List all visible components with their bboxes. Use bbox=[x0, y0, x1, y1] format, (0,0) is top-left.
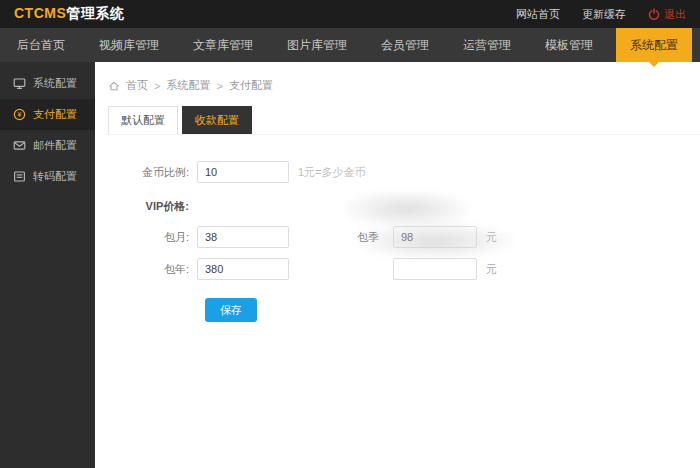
content-area: 首页 > 系统配置 > 支付配置 默认配置 收款配置 金币比例: 1元=多少金币… bbox=[95, 62, 700, 468]
power-icon bbox=[648, 8, 660, 20]
nav-item-article-library[interactable]: 文章库管理 bbox=[181, 28, 265, 62]
quarterly-group: 包季 元 bbox=[357, 226, 497, 248]
quarterly-price-input[interactable] bbox=[393, 226, 477, 248]
quarterly-label: 包季 bbox=[357, 230, 393, 245]
extra-price-input[interactable] bbox=[393, 258, 477, 280]
extra-price-group: 元 bbox=[357, 258, 497, 280]
coin-ratio-label: 金币比例: bbox=[95, 165, 197, 180]
sidebar-item-transcode-config[interactable]: 转码配置 bbox=[0, 161, 95, 192]
breadcrumb-separator: > bbox=[154, 80, 160, 92]
svg-text:¥: ¥ bbox=[18, 111, 22, 118]
logo-suffix: 管理系统 bbox=[66, 5, 124, 21]
refresh-cache-link[interactable]: 更新缓存 bbox=[582, 7, 626, 22]
quarterly-unit-label: 元 bbox=[486, 230, 497, 245]
payment-config-form: 金币比例: 1元=多少金币 VIP价格: 包月: 包季 元 包年: 元 保存 bbox=[95, 161, 700, 322]
sidebar: 系统配置 ¥ 支付配置 邮件配置 转码配置 bbox=[0, 62, 95, 468]
vip-price-section-label: VIP价格: bbox=[95, 199, 197, 214]
coin-ratio-hint: 1元=多少金币 bbox=[298, 165, 366, 180]
monitor-icon bbox=[13, 77, 26, 90]
nav-item-member[interactable]: 会员管理 bbox=[369, 28, 441, 62]
logo-brand: CTCMS bbox=[14, 5, 66, 21]
yearly-price-input[interactable] bbox=[197, 258, 289, 280]
sidebar-item-label: 转码配置 bbox=[33, 169, 77, 184]
nav-item-system-config[interactable]: 系统配置 bbox=[616, 28, 692, 62]
monthly-row: 包月: 包季 元 bbox=[95, 226, 700, 248]
transcode-icon bbox=[13, 170, 26, 183]
nav-item-video-library[interactable]: 视频库管理 bbox=[87, 28, 171, 62]
home-icon bbox=[108, 80, 120, 92]
sidebar-item-mail-config[interactable]: 邮件配置 bbox=[0, 130, 95, 161]
sidebar-item-payment-config[interactable]: ¥ 支付配置 bbox=[0, 99, 95, 130]
breadcrumb-home[interactable]: 首页 bbox=[126, 78, 148, 93]
breadcrumb-separator: > bbox=[216, 80, 222, 92]
nav-item-dashboard[interactable]: 后台首页 bbox=[5, 28, 77, 62]
site-home-link[interactable]: 网站首页 bbox=[516, 7, 560, 22]
extra-unit-label: 元 bbox=[486, 262, 497, 277]
breadcrumb-system-config[interactable]: 系统配置 bbox=[166, 78, 210, 93]
tab-payment-collection-config[interactable]: 收款配置 bbox=[182, 106, 252, 134]
monthly-label: 包月: bbox=[95, 230, 197, 245]
logout-link[interactable]: 退出 bbox=[648, 7, 686, 22]
mail-icon bbox=[13, 139, 26, 152]
nav-item-operation[interactable]: 运营管理 bbox=[451, 28, 523, 62]
main-nav: 后台首页 视频库管理 文章库管理 图片库管理 会员管理 运营管理 模板管理 系统… bbox=[0, 28, 700, 62]
logout-label: 退出 bbox=[664, 7, 686, 22]
coin-ratio-input[interactable] bbox=[197, 161, 289, 183]
tab-default-config[interactable]: 默认配置 bbox=[108, 106, 178, 134]
app-logo: CTCMS管理系统 bbox=[14, 5, 124, 23]
nav-item-template[interactable]: 模板管理 bbox=[533, 28, 605, 62]
tab-bar: 默认配置 收款配置 bbox=[108, 106, 700, 135]
nav-item-image-library[interactable]: 图片库管理 bbox=[275, 28, 359, 62]
save-button[interactable]: 保存 bbox=[205, 298, 257, 322]
sidebar-item-label: 支付配置 bbox=[33, 107, 77, 122]
yearly-label: 包年: bbox=[95, 262, 197, 277]
breadcrumb: 首页 > 系统配置 > 支付配置 bbox=[95, 62, 700, 93]
sidebar-item-label: 邮件配置 bbox=[33, 138, 77, 153]
yearly-row: 包年: 元 bbox=[95, 258, 700, 280]
topbar: CTCMS管理系统 网站首页 更新缓存 退出 bbox=[0, 0, 700, 28]
breadcrumb-payment-config[interactable]: 支付配置 bbox=[229, 78, 273, 93]
sidebar-item-label: 系统配置 bbox=[33, 76, 77, 91]
sidebar-item-system-config[interactable]: 系统配置 bbox=[0, 68, 95, 99]
topbar-links: 网站首页 更新缓存 退出 bbox=[516, 7, 686, 22]
coin-ratio-row: 金币比例: 1元=多少金币 bbox=[95, 161, 700, 183]
monthly-price-input[interactable] bbox=[197, 226, 289, 248]
coin-icon: ¥ bbox=[13, 108, 26, 121]
